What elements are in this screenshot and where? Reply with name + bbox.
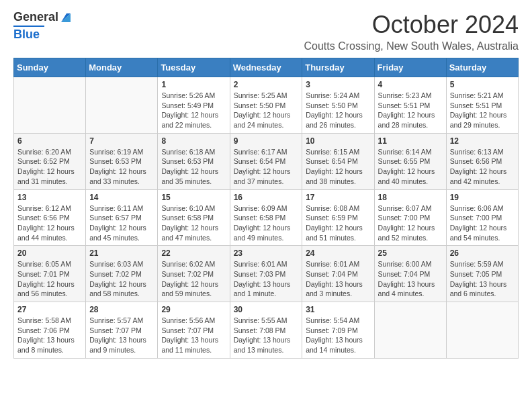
day-info: Sunrise: 6:03 AM Sunset: 7:02 PM Dayligh… [89,259,154,299]
calendar-cell: 19Sunrise: 6:06 AM Sunset: 7:00 PM Dayli… [446,189,518,246]
calendar-cell: 27Sunrise: 5:58 AM Sunset: 7:06 PM Dayli… [14,302,86,359]
day-number: 12 [450,136,515,146]
calendar-week-3: 13Sunrise: 6:12 AM Sunset: 6:56 PM Dayli… [14,189,519,246]
day-number: 24 [306,248,370,258]
weekday-header-wednesday: Wednesday [230,58,302,77]
day-info: Sunrise: 6:13 AM Sunset: 6:56 PM Dayligh… [450,147,515,187]
day-info: Sunrise: 6:06 AM Sunset: 7:00 PM Dayligh… [450,203,515,243]
day-number: 3 [306,80,370,89]
day-number: 6 [17,136,82,146]
calendar-cell: 1Sunrise: 5:26 AM Sunset: 5:49 PM Daylig… [158,77,230,134]
calendar-cell: 13Sunrise: 6:12 AM Sunset: 6:56 PM Dayli… [14,189,86,246]
day-number: 30 [234,305,299,314]
day-number: 11 [378,136,443,146]
day-info: Sunrise: 5:23 AM Sunset: 5:51 PM Dayligh… [378,91,443,130]
calendar-cell: 21Sunrise: 6:03 AM Sunset: 7:02 PM Dayli… [86,246,158,302]
day-info: Sunrise: 6:12 AM Sunset: 6:56 PM Dayligh… [17,203,82,243]
day-info: Sunrise: 6:19 AM Sunset: 6:53 PM Dayligh… [89,147,154,187]
day-number: 27 [17,305,82,314]
day-info: Sunrise: 6:01 AM Sunset: 7:04 PM Dayligh… [306,259,370,299]
day-info: Sunrise: 5:57 AM Sunset: 7:07 PM Dayligh… [89,316,154,355]
page-header: General Blue October 2024 Coutts Crossin… [13,11,519,52]
calendar-cell: 25Sunrise: 6:00 AM Sunset: 7:04 PM Dayli… [374,246,446,302]
calendar-cell: 30Sunrise: 5:55 AM Sunset: 7:08 PM Dayli… [230,302,302,359]
day-number: 1 [161,80,226,89]
logo-text-general: General [13,11,58,24]
day-number: 5 [450,80,515,89]
day-info: Sunrise: 5:55 AM Sunset: 7:08 PM Dayligh… [234,316,299,355]
calendar-week-5: 27Sunrise: 5:58 AM Sunset: 7:06 PM Dayli… [14,302,519,359]
calendar-cell: 7Sunrise: 6:19 AM Sunset: 6:53 PM Daylig… [86,133,158,189]
day-number: 9 [234,136,299,146]
day-number: 15 [161,193,226,202]
calendar-cell: 31Sunrise: 5:54 AM Sunset: 7:09 PM Dayli… [302,302,374,359]
weekday-header-saturday: Saturday [446,58,518,77]
calendar-cell: 15Sunrise: 6:10 AM Sunset: 6:58 PM Dayli… [158,189,230,246]
calendar-cell: 9Sunrise: 6:17 AM Sunset: 6:54 PM Daylig… [230,133,302,189]
day-number: 13 [17,193,82,202]
calendar-cell: 14Sunrise: 6:11 AM Sunset: 6:57 PM Dayli… [86,189,158,246]
day-number: 16 [234,193,299,202]
logo-arrow-icon [60,11,72,24]
calendar-cell: 6Sunrise: 6:20 AM Sunset: 6:52 PM Daylig… [14,133,86,189]
calendar-cell: 18Sunrise: 6:07 AM Sunset: 7:00 PM Dayli… [374,189,446,246]
day-number: 2 [234,80,299,89]
month-title: October 2024 [304,11,519,39]
day-number: 7 [89,136,154,146]
calendar-cell: 3Sunrise: 5:24 AM Sunset: 5:50 PM Daylig… [302,77,374,134]
calendar-cell: 11Sunrise: 6:14 AM Sunset: 6:55 PM Dayli… [374,133,446,189]
weekday-header-thursday: Thursday [302,58,374,77]
day-number: 4 [378,80,443,89]
calendar-cell [374,302,446,359]
calendar-cell: 29Sunrise: 5:56 AM Sunset: 7:07 PM Dayli… [158,302,230,359]
day-info: Sunrise: 6:09 AM Sunset: 6:58 PM Dayligh… [234,203,299,243]
calendar-cell: 23Sunrise: 6:01 AM Sunset: 7:03 PM Dayli… [230,246,302,302]
day-number: 8 [161,136,226,146]
day-info: Sunrise: 5:25 AM Sunset: 5:50 PM Dayligh… [234,91,299,130]
day-number: 20 [17,248,82,258]
day-info: Sunrise: 5:56 AM Sunset: 7:07 PM Dayligh… [161,316,226,355]
day-info: Sunrise: 6:15 AM Sunset: 6:54 PM Dayligh… [306,147,370,187]
calendar-cell: 28Sunrise: 5:57 AM Sunset: 7:07 PM Dayli… [86,302,158,359]
day-info: Sunrise: 5:59 AM Sunset: 7:05 PM Dayligh… [450,259,515,299]
calendar-week-4: 20Sunrise: 6:05 AM Sunset: 7:01 PM Dayli… [14,246,519,302]
calendar-week-2: 6Sunrise: 6:20 AM Sunset: 6:52 PM Daylig… [14,133,519,189]
calendar-cell: 5Sunrise: 5:21 AM Sunset: 5:51 PM Daylig… [446,77,518,134]
day-number: 21 [89,248,154,258]
day-info: Sunrise: 6:05 AM Sunset: 7:01 PM Dayligh… [17,259,82,299]
day-number: 31 [306,305,370,314]
day-info: Sunrise: 5:26 AM Sunset: 5:49 PM Dayligh… [161,91,226,130]
day-info: Sunrise: 6:18 AM Sunset: 6:53 PM Dayligh… [161,147,226,187]
day-info: Sunrise: 6:00 AM Sunset: 7:04 PM Dayligh… [378,259,443,299]
calendar-cell: 22Sunrise: 6:02 AM Sunset: 7:02 PM Dayli… [158,246,230,302]
location-title: Coutts Crossing, New South Wales, Austra… [304,40,519,52]
day-info: Sunrise: 5:21 AM Sunset: 5:51 PM Dayligh… [450,91,515,130]
day-info: Sunrise: 5:54 AM Sunset: 7:09 PM Dayligh… [306,316,370,355]
weekday-header-friday: Friday [374,58,446,77]
calendar-cell: 24Sunrise: 6:01 AM Sunset: 7:04 PM Dayli… [302,246,374,302]
calendar-week-1: 1Sunrise: 5:26 AM Sunset: 5:49 PM Daylig… [14,77,519,134]
day-number: 25 [378,248,443,258]
day-number: 28 [89,305,154,314]
day-info: Sunrise: 6:17 AM Sunset: 6:54 PM Dayligh… [234,147,299,187]
day-number: 14 [89,193,154,202]
calendar-cell: 8Sunrise: 6:18 AM Sunset: 6:53 PM Daylig… [158,133,230,189]
day-info: Sunrise: 6:10 AM Sunset: 6:58 PM Dayligh… [161,203,226,243]
calendar-cell [446,302,518,359]
day-info: Sunrise: 6:20 AM Sunset: 6:52 PM Dayligh… [17,147,82,187]
day-info: Sunrise: 6:11 AM Sunset: 6:57 PM Dayligh… [89,203,154,243]
calendar-cell: 10Sunrise: 6:15 AM Sunset: 6:54 PM Dayli… [302,133,374,189]
day-number: 29 [161,305,226,314]
day-number: 17 [306,193,370,202]
day-info: Sunrise: 6:01 AM Sunset: 7:03 PM Dayligh… [234,259,299,299]
day-number: 18 [378,193,443,202]
calendar-cell: 17Sunrise: 6:08 AM Sunset: 6:59 PM Dayli… [302,189,374,246]
day-info: Sunrise: 6:08 AM Sunset: 6:59 PM Dayligh… [306,203,370,243]
weekday-header-monday: Monday [86,58,158,77]
title-section: October 2024 Coutts Crossing, New South … [304,11,519,52]
weekday-header-sunday: Sunday [14,58,86,77]
day-number: 23 [234,248,299,258]
calendar-cell: 20Sunrise: 6:05 AM Sunset: 7:01 PM Dayli… [14,246,86,302]
calendar-cell: 12Sunrise: 6:13 AM Sunset: 6:56 PM Dayli… [446,133,518,189]
day-number: 26 [450,248,515,258]
